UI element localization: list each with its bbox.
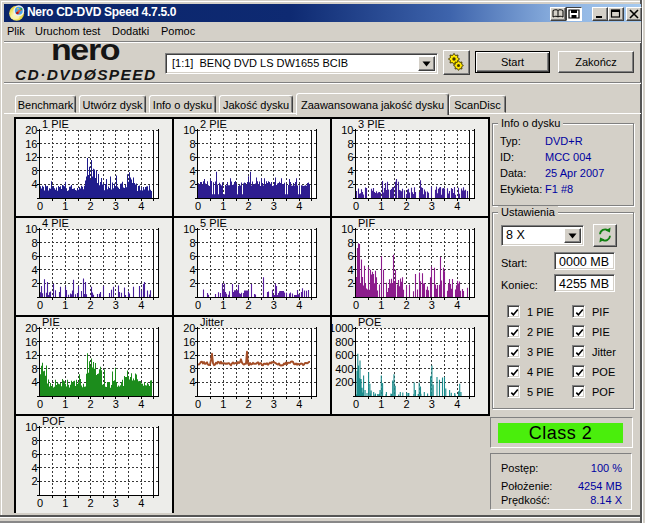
svg-text:2: 2: [404, 299, 410, 311]
svg-text:3: 3: [429, 200, 435, 212]
svg-text:3: 3: [113, 398, 119, 410]
svg-text:1: 1: [378, 398, 384, 410]
svg-text:6: 6: [347, 151, 353, 163]
svg-text:0: 0: [37, 299, 43, 311]
svg-text:10: 10: [25, 223, 37, 235]
svg-text:3: 3: [271, 299, 277, 311]
svg-text:8: 8: [189, 363, 195, 375]
svg-text:600: 600: [335, 349, 353, 361]
svg-text:4: 4: [296, 200, 302, 212]
svg-text:0: 0: [353, 398, 359, 410]
svg-text:4: 4: [31, 462, 37, 474]
svg-text:3 PIE: 3 PIE: [358, 119, 385, 130]
svg-text:4: 4: [189, 264, 195, 276]
svg-text:20: 20: [25, 322, 37, 334]
svg-text:3: 3: [429, 299, 435, 311]
svg-text:4: 4: [138, 398, 144, 410]
svg-text:0: 0: [195, 200, 201, 212]
svg-text:4: 4: [347, 165, 353, 177]
svg-text:4: 4: [454, 299, 460, 311]
svg-text:12: 12: [25, 151, 37, 163]
svg-text:20: 20: [25, 124, 37, 136]
svg-text:PIE: PIE: [42, 317, 60, 328]
svg-text:3: 3: [113, 497, 119, 509]
svg-text:2: 2: [189, 277, 195, 289]
svg-text:16: 16: [183, 336, 195, 348]
svg-text:1: 1: [220, 299, 226, 311]
svg-text:10: 10: [341, 223, 353, 235]
svg-text:8: 8: [189, 237, 195, 249]
svg-text:1: 1: [378, 299, 384, 311]
svg-text:10: 10: [183, 223, 195, 235]
svg-text:8: 8: [347, 237, 353, 249]
svg-text:6: 6: [347, 250, 353, 262]
svg-text:2: 2: [347, 178, 353, 190]
svg-text:20: 20: [183, 322, 195, 334]
svg-text:6: 6: [31, 448, 37, 460]
svg-text:10: 10: [25, 421, 37, 433]
svg-text:8: 8: [31, 363, 37, 375]
svg-text:10: 10: [341, 124, 353, 136]
svg-text:0: 0: [195, 398, 201, 410]
svg-text:6: 6: [189, 151, 195, 163]
svg-text:2: 2: [88, 299, 94, 311]
svg-text:0: 0: [195, 299, 201, 311]
svg-text:2 PIE: 2 PIE: [200, 119, 227, 130]
svg-text:3: 3: [271, 398, 277, 410]
svg-text:1: 1: [62, 299, 68, 311]
svg-text:PIF: PIF: [358, 218, 375, 229]
svg-text:3: 3: [271, 200, 277, 212]
svg-text:1: 1: [62, 398, 68, 410]
svg-text:8: 8: [31, 165, 37, 177]
svg-text:2: 2: [31, 475, 37, 487]
svg-text:4: 4: [454, 200, 460, 212]
svg-text:4: 4: [296, 398, 302, 410]
svg-text:4: 4: [189, 165, 195, 177]
svg-text:1000: 1000: [332, 322, 354, 334]
svg-text:2: 2: [404, 398, 410, 410]
svg-text:8: 8: [31, 435, 37, 447]
svg-text:4: 4: [454, 398, 460, 410]
svg-text:0: 0: [353, 299, 359, 311]
svg-text:4: 4: [138, 200, 144, 212]
svg-text:1: 1: [62, 200, 68, 212]
svg-text:6: 6: [31, 250, 37, 262]
svg-text:Jitter: Jitter: [200, 317, 224, 328]
svg-text:0: 0: [37, 200, 43, 212]
svg-text:8: 8: [189, 138, 195, 150]
svg-text:POF: POF: [42, 416, 65, 427]
svg-text:2: 2: [31, 277, 37, 289]
svg-text:1: 1: [378, 200, 384, 212]
svg-text:4: 4: [31, 178, 37, 190]
svg-text:4: 4: [138, 299, 144, 311]
svg-text:2: 2: [246, 398, 252, 410]
svg-text:3: 3: [113, 200, 119, 212]
svg-text:8: 8: [347, 138, 353, 150]
svg-text:2: 2: [246, 299, 252, 311]
svg-text:2: 2: [88, 200, 94, 212]
svg-text:12: 12: [25, 349, 37, 361]
svg-text:4 PIE: 4 PIE: [42, 218, 69, 229]
svg-text:400: 400: [335, 363, 353, 375]
svg-text:1 PIE: 1 PIE: [42, 119, 69, 130]
svg-text:12: 12: [183, 349, 195, 361]
svg-text:1: 1: [220, 398, 226, 410]
svg-text:0: 0: [353, 200, 359, 212]
svg-text:2: 2: [404, 200, 410, 212]
svg-text:2: 2: [347, 277, 353, 289]
svg-text:4: 4: [296, 299, 302, 311]
svg-text:0: 0: [37, 497, 43, 509]
svg-text:16: 16: [25, 336, 37, 348]
svg-text:2: 2: [88, 497, 94, 509]
svg-text:16: 16: [25, 138, 37, 150]
svg-text:POE: POE: [358, 317, 381, 328]
svg-text:2: 2: [189, 178, 195, 190]
svg-text:200: 200: [335, 376, 353, 388]
svg-text:1: 1: [62, 497, 68, 509]
svg-text:1: 1: [220, 200, 226, 212]
svg-text:6: 6: [189, 250, 195, 262]
svg-text:4: 4: [31, 376, 37, 388]
svg-text:800: 800: [335, 336, 353, 348]
svg-text:4: 4: [347, 264, 353, 276]
svg-text:10: 10: [183, 124, 195, 136]
